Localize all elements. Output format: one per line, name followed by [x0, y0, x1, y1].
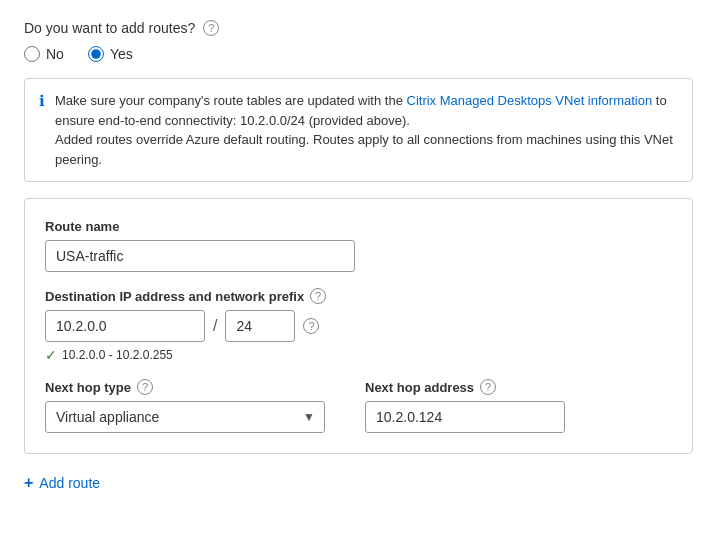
destination-ip-group: Destination IP address and network prefi… — [45, 288, 672, 363]
next-hop-type-field: Next hop type ? Virtual appliance Virtua… — [45, 379, 325, 433]
route-card: Route name Destination IP address and ne… — [24, 198, 693, 454]
radio-group: No Yes — [24, 46, 693, 62]
info-box: ℹ Make sure your company's route tables … — [24, 78, 693, 182]
next-hop-address-input[interactable] — [365, 401, 565, 433]
question-help-icon[interactable]: ? — [203, 20, 219, 36]
route-name-label: Route name — [45, 219, 672, 234]
prefix-input[interactable] — [225, 310, 295, 342]
info-icon: ℹ — [39, 92, 45, 110]
route-name-group: Route name — [45, 219, 672, 272]
hop-row: Next hop type ? Virtual appliance Virtua… — [45, 379, 672, 433]
next-hop-address-label: Next hop address ? — [365, 379, 565, 395]
validation-row: ✓ 10.2.0.0 - 10.2.0.255 — [45, 347, 672, 363]
next-hop-type-label: Next hop type ? — [45, 379, 325, 395]
info-text: Make sure your company's route tables ar… — [55, 91, 678, 169]
prefix-help-icon[interactable]: ? — [303, 318, 319, 334]
plus-icon: + — [24, 474, 33, 492]
destination-ip-label: Destination IP address and network prefi… — [45, 288, 672, 304]
info-link[interactable]: Citrix Managed Desktops VNet information — [407, 93, 653, 108]
slash-divider: / — [213, 317, 217, 335]
add-route-label: Add route — [39, 475, 100, 491]
destination-ip-help-icon[interactable]: ? — [310, 288, 326, 304]
radio-option-yes[interactable]: Yes — [88, 46, 133, 62]
validation-text: 10.2.0.0 - 10.2.0.255 — [62, 348, 173, 362]
radio-yes[interactable] — [88, 46, 104, 62]
next-hop-address-field: Next hop address ? — [365, 379, 565, 433]
radio-no[interactable] — [24, 46, 40, 62]
route-name-input[interactable] — [45, 240, 355, 272]
question-label: Do you want to add routes? ? — [24, 20, 693, 36]
ip-address-input[interactable] — [45, 310, 205, 342]
next-hop-type-select[interactable]: Virtual appliance Virtual network gatewa… — [45, 401, 325, 433]
radio-yes-label: Yes — [110, 46, 133, 62]
question-section: Do you want to add routes? ? No Yes — [24, 20, 693, 62]
next-hop-type-help-icon[interactable]: ? — [137, 379, 153, 395]
info-text-secondary: Added routes override Azure default rout… — [55, 132, 673, 167]
radio-no-label: No — [46, 46, 64, 62]
radio-option-no[interactable]: No — [24, 46, 64, 62]
add-route-link[interactable]: + Add route — [24, 474, 693, 492]
ip-prefix-row: / ? — [45, 310, 672, 342]
next-hop-address-help-icon[interactable]: ? — [480, 379, 496, 395]
question-text: Do you want to add routes? — [24, 20, 195, 36]
next-hop-type-wrapper: Virtual appliance Virtual network gatewa… — [45, 401, 325, 433]
check-icon: ✓ — [45, 347, 57, 363]
